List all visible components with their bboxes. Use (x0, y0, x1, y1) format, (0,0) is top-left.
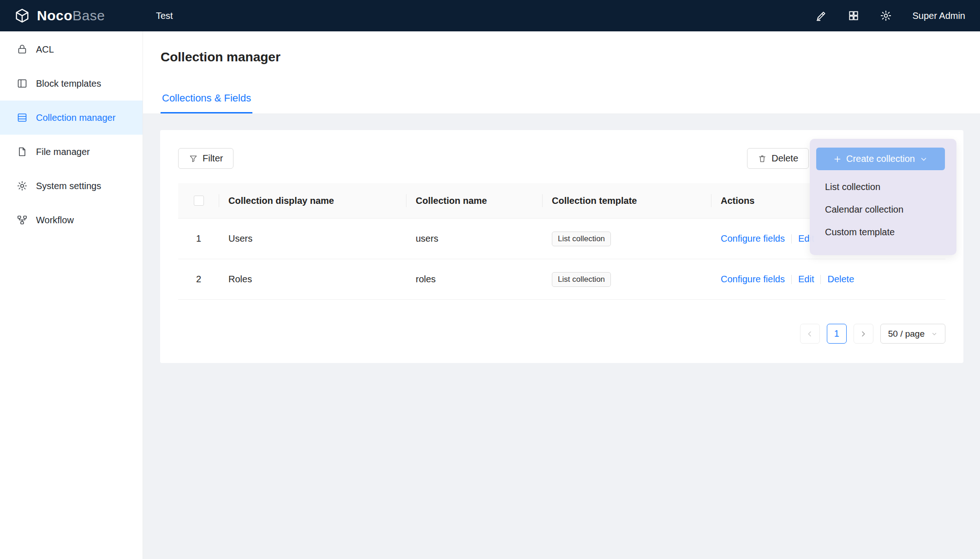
layout-icon (17, 78, 28, 89)
cell-actions: Configure fields Edit Delete (711, 274, 945, 285)
action-divider (820, 275, 821, 284)
pagination-prev-button[interactable] (800, 324, 820, 344)
row-index: 1 (178, 233, 219, 244)
top-header: NocoBase Test Super Admin (0, 0, 980, 31)
create-collection-menu: List collection Calendar collection Cust… (810, 176, 956, 244)
top-nav-test[interactable]: Test (143, 0, 186, 31)
lock-icon (17, 44, 28, 55)
tab-collections-fields[interactable]: Collections & Fields (161, 92, 252, 113)
main-content: Collection manager Collections & Fields … (143, 31, 980, 559)
table-row: 2 Roles roles List collection Configure … (178, 259, 945, 300)
configure-fields-link[interactable]: Configure fields (721, 274, 785, 285)
user-menu[interactable]: Super Admin (912, 11, 965, 21)
configure-fields-link[interactable]: Configure fields (721, 233, 785, 244)
header-actions: Super Admin (815, 10, 980, 22)
menu-item-calendar-collection[interactable]: Calendar collection (810, 198, 956, 221)
action-divider (791, 234, 792, 244)
create-collection-button[interactable]: Create collection (816, 148, 945, 170)
header-checkbox-cell (178, 196, 219, 206)
row-index: 2 (178, 274, 219, 285)
sidebar-item-workflow[interactable]: Workflow (0, 203, 143, 237)
template-tag: List collection (552, 272, 611, 287)
page-size-select[interactable]: 50 / page (880, 324, 945, 344)
sidebar-item-label: ACL (36, 44, 54, 55)
cell-collection-template: List collection (543, 272, 711, 287)
plus-icon (833, 155, 842, 163)
edit-link[interactable]: Edit (798, 274, 814, 285)
sidebar-item-collection-manager[interactable]: Collection manager (0, 101, 143, 135)
pagination-next-button[interactable] (854, 324, 873, 344)
collections-card: Filter Delete Create collection List col… (160, 130, 963, 363)
template-tag: List collection (552, 232, 611, 246)
sidebar: ACL Block templates Collection manager F… (0, 31, 143, 559)
action-divider (791, 275, 792, 284)
chevron-down-icon (920, 155, 928, 163)
column-header-collection-template: Collection template (543, 196, 711, 206)
settings-gear-icon (17, 180, 28, 191)
chevron-left-icon (806, 330, 813, 338)
cell-display-name: Roles (219, 274, 406, 285)
column-header-display-name: Collection display name (219, 196, 406, 206)
brand-logo: NocoBase (0, 7, 143, 24)
delete-button[interactable]: Delete (747, 148, 809, 169)
select-all-checkbox[interactable] (194, 196, 204, 206)
highlighter-icon[interactable] (815, 10, 827, 22)
workflow-icon (17, 214, 28, 226)
sidebar-item-label: File manager (36, 147, 90, 157)
create-collection-dropdown-panel: Create collection List collection Calend… (810, 139, 956, 255)
sidebar-item-label: System settings (36, 181, 101, 191)
sidebar-item-system-settings[interactable]: System settings (0, 169, 143, 203)
cell-collection-template: List collection (543, 232, 711, 246)
sidebar-item-label: Collection manager (36, 113, 115, 123)
cell-collection-name: roles (406, 274, 543, 285)
sidebar-item-label: Workflow (36, 215, 74, 226)
filter-funnel-icon (189, 154, 198, 163)
apps-icon[interactable] (848, 10, 860, 22)
page-title: Collection manager (161, 50, 281, 65)
menu-item-list-collection[interactable]: List collection (810, 176, 956, 198)
delete-link[interactable]: Delete (827, 274, 854, 285)
sidebar-item-file-manager[interactable]: File manager (0, 135, 143, 169)
column-header-collection-name: Collection name (406, 196, 543, 206)
nocobase-cube-icon (14, 7, 30, 24)
pagination: 1 50 / page (800, 324, 945, 344)
sidebar-item-block-templates[interactable]: Block templates (0, 66, 143, 101)
page-header: Collection manager Collections & Fields (143, 31, 980, 114)
cell-display-name: Users (219, 233, 406, 244)
brand-text: NocoBase (37, 8, 105, 24)
file-icon (17, 146, 28, 157)
pagination-page-1[interactable]: 1 (827, 324, 847, 344)
sidebar-item-label: Block templates (36, 78, 101, 89)
sidebar-item-acl[interactable]: ACL (0, 32, 143, 66)
chevron-down-icon (931, 331, 938, 337)
trash-icon (758, 154, 767, 163)
filter-button[interactable]: Filter (178, 148, 233, 169)
menu-item-custom-template[interactable]: Custom template (810, 221, 956, 244)
gear-icon[interactable] (880, 10, 892, 22)
chevron-right-icon (860, 330, 867, 338)
collection-icon (17, 112, 28, 123)
cell-collection-name: users (406, 233, 543, 244)
